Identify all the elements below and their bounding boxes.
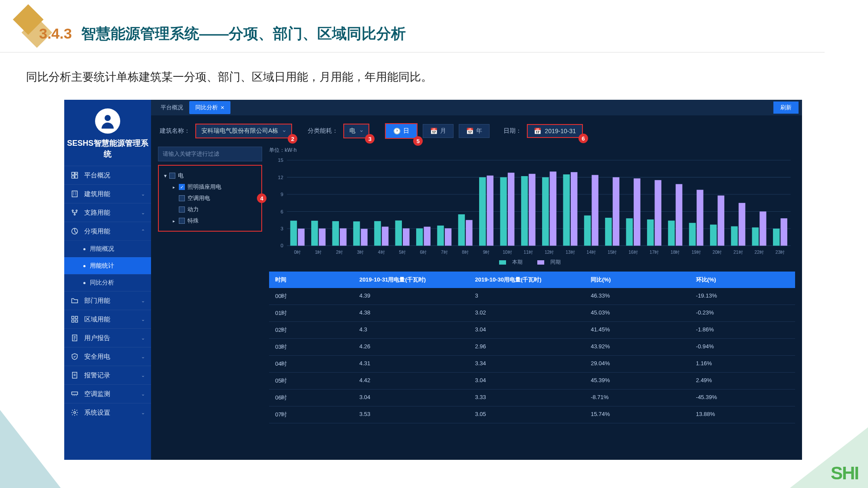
- svg-rect-47: [437, 226, 444, 246]
- table-cell: 41.45%: [585, 322, 690, 338]
- system-name: SESHS智慧能源管理系统: [64, 138, 151, 160]
- svg-rect-1: [72, 191, 77, 197]
- legend-swatch-previous: [537, 260, 544, 265]
- table-cell: 07时: [269, 406, 353, 423]
- nav-item-branch[interactable]: 支路用能 ⌄: [64, 203, 151, 222]
- nav-item-category[interactable]: 分项用能 ⌃: [64, 222, 151, 240]
- content-area: 请输入关键字进行过滤 4 ▼ 电 ▸照明插座用电 空调用电 动力 ▸特殊: [151, 147, 802, 460]
- checkbox[interactable]: [179, 184, 185, 190]
- svg-rect-45: [424, 227, 430, 246]
- folder-icon: [70, 296, 79, 305]
- bar-chart: 036912150时1时2时3时4时5时6时7时8时9时10时11时12时13时…: [269, 157, 795, 256]
- calendar-icon: 📅: [430, 128, 437, 134]
- table-row: 06时3.043.33-8.71%-45.39%: [269, 390, 795, 406]
- table-cell: 3.04: [469, 322, 585, 338]
- nav-label: 分项用能: [84, 227, 141, 236]
- nav-item-ac[interactable]: 空调监测 ⌄: [64, 384, 151, 403]
- chevron-up-icon: ⌃: [141, 229, 145, 234]
- svg-text:23时: 23时: [776, 250, 785, 255]
- tab-label: 平台概况: [161, 104, 183, 111]
- tree-expand-icon[interactable]: ▸: [173, 185, 179, 190]
- tree-collapse-icon[interactable]: ▼: [163, 174, 169, 178]
- nav-item-alarm[interactable]: 报警记录 ⌄: [64, 366, 151, 384]
- building-label: 建筑名称：: [160, 127, 190, 135]
- nav-item-dept[interactable]: 部门用能 ⌄: [64, 291, 151, 310]
- chevron-down-icon: ⌄: [141, 298, 145, 304]
- section-number: 3.4.3: [39, 25, 72, 42]
- table-cell: 4.38: [353, 305, 469, 321]
- tree-node-lighting[interactable]: ▸照明插座用电: [173, 181, 257, 193]
- tree-node-power[interactable]: 动力: [173, 204, 257, 215]
- chevron-down-icon: ⌄: [141, 391, 145, 397]
- nav-item-building[interactable]: 建筑用能 ⌄: [64, 184, 151, 203]
- avatar-icon[interactable]: [95, 108, 120, 134]
- nav-sub-yoy[interactable]: 同比分析: [64, 274, 151, 291]
- svg-text:9: 9: [281, 192, 283, 197]
- table-cell: 05时: [269, 373, 353, 389]
- svg-rect-33: [340, 228, 346, 246]
- period-year-button[interactable]: 📅年: [459, 124, 490, 138]
- slide-title: 3.4.3 智慧能源管理系统——分项、部门、区域同比分析: [39, 24, 406, 44]
- svg-text:15: 15: [278, 157, 283, 163]
- table-cell: 04时: [269, 356, 353, 372]
- avatar-section: SESHS智慧能源管理系统: [64, 100, 151, 166]
- table-cell: -19.13%: [690, 288, 795, 305]
- checkbox[interactable]: [179, 218, 185, 224]
- table-cell: 3.05: [469, 406, 585, 423]
- svg-text:2时: 2时: [336, 250, 343, 255]
- table-row: 03时4.262.9643.92%-0.94%: [269, 339, 795, 356]
- data-table: 时间 2019-10-31用电量(千瓦时) 2019-10-30用电量(千瓦时)…: [269, 272, 795, 453]
- svg-text:9时: 9时: [483, 250, 490, 255]
- chevron-down-icon: ⌄: [141, 410, 145, 416]
- building-select[interactable]: 安科瑞电气股份有限公司A栋: [195, 124, 292, 138]
- table-row: 02时4.33.0441.45%-1.86%: [269, 322, 795, 339]
- nav-sub-stats[interactable]: 用能统计: [64, 257, 151, 274]
- svg-rect-60: [529, 174, 535, 246]
- period-day-button[interactable]: 🕐日: [386, 124, 417, 138]
- close-icon[interactable]: ✕: [220, 105, 224, 110]
- refresh-button[interactable]: 刷新: [773, 102, 799, 114]
- seg-label: 月: [440, 127, 446, 135]
- svg-rect-74: [626, 218, 633, 246]
- period-month-button[interactable]: 📅月: [423, 124, 454, 138]
- tab-yoy[interactable]: 同比分析✕: [189, 101, 230, 114]
- tree-search-input[interactable]: 请输入关键字进行过滤: [158, 147, 262, 161]
- checkbox[interactable]: [179, 206, 185, 213]
- nav-item-safety[interactable]: 安全用电 ⌄: [64, 347, 151, 366]
- checkbox[interactable]: [179, 195, 185, 201]
- select-value: 电: [349, 127, 355, 134]
- svg-text:0时: 0时: [294, 250, 301, 255]
- energy-label: 分类能耗：: [308, 127, 338, 135]
- select-value: 安科瑞电气股份有限公司A栋: [201, 127, 278, 134]
- seg-label: 日: [403, 127, 409, 135]
- svg-rect-78: [654, 180, 661, 246]
- nav-label: 区域用能: [84, 315, 141, 324]
- nav-item-area[interactable]: 区域用能 ⌄: [64, 310, 151, 328]
- refresh-label: 刷新: [780, 104, 792, 111]
- nav-item-overview[interactable]: 平台概况: [64, 166, 151, 184]
- table-cell: 13.88%: [690, 406, 795, 423]
- period-segment: 🕐日: [385, 123, 418, 139]
- tree-node-special[interactable]: ▸特殊: [173, 215, 257, 226]
- tree-node-ac[interactable]: 空调用电: [173, 193, 257, 204]
- nav-sub-label: 用能统计: [90, 262, 114, 269]
- table-cell: -0.94%: [690, 339, 795, 355]
- svg-point-3: [76, 210, 77, 211]
- table-cell: 06时: [269, 390, 353, 406]
- tab-overview[interactable]: 平台概况: [155, 101, 189, 114]
- date-picker[interactable]: 📅2019-10-31: [527, 124, 583, 138]
- svg-rect-95: [773, 229, 779, 246]
- tree-root[interactable]: ▼ 电: [163, 170, 257, 181]
- tree-expand-icon[interactable]: ▸: [173, 219, 179, 223]
- svg-rect-38: [374, 221, 381, 246]
- checkbox[interactable]: [169, 173, 175, 179]
- nav-item-settings[interactable]: 系统设置 ⌄: [64, 403, 151, 422]
- table-cell: 3.53: [353, 406, 469, 423]
- table-cell: -1.86%: [690, 322, 795, 338]
- nav-item-report[interactable]: 用户报告 ⌄: [64, 328, 151, 347]
- tab-label: 同比分析: [195, 104, 218, 111]
- table-cell: 02时: [269, 322, 353, 338]
- chevron-down-icon: ⌄: [141, 354, 145, 360]
- nav-sub-overview[interactable]: 用能概况: [64, 240, 151, 257]
- svg-text:20时: 20时: [713, 250, 722, 255]
